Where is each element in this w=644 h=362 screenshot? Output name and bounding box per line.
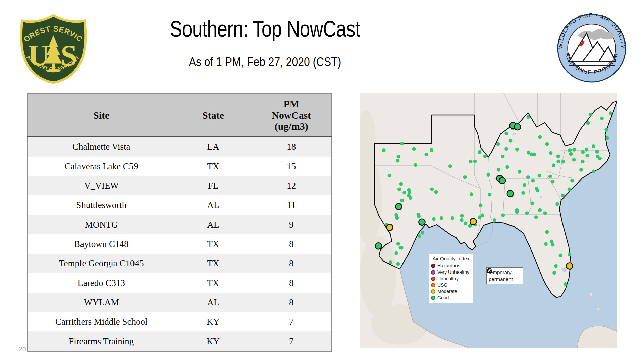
monitor-dot-good — [397, 187, 401, 191]
monitor-dot-good — [448, 164, 452, 168]
monitor-dot-good — [548, 175, 552, 178]
monitor-dot-good — [432, 217, 436, 221]
table-row: WYLAMAL8 — [28, 293, 332, 312]
monitor-dot-good — [493, 218, 496, 222]
table-cell: 18 — [252, 137, 332, 157]
slide: FOREST SERVICE U S DEPARTMENT OF AGRICUL… — [0, 0, 644, 362]
aqi-level-dot-icon — [431, 289, 435, 294]
aqi-level-dot-icon — [431, 283, 435, 287]
monitor-dot-good — [523, 183, 526, 187]
monitor-dot-good — [604, 128, 608, 131]
monitor-dot-good — [424, 153, 428, 156]
monitor-dot-top-site-good — [507, 190, 514, 197]
usfs-logo: FOREST SERVICE U S DEPARTMENT OF AGRICUL… — [19, 13, 87, 84]
monitor-dot-good — [501, 213, 505, 217]
monitor-dot-good — [407, 188, 411, 192]
monitor-dot-good — [451, 216, 454, 220]
monitor-dot-good — [585, 154, 589, 157]
table-cell: MONTG — [28, 215, 175, 234]
table-cell: V_VIEW — [28, 176, 175, 195]
table-cell: KY — [175, 331, 252, 352]
monitor-dot-good — [525, 211, 529, 215]
monitor-dot-good — [600, 117, 604, 120]
monitor-dot-good — [463, 175, 467, 179]
monitor-dot-good — [469, 160, 473, 163]
table-cell: TX — [175, 273, 252, 293]
temporary-label: temporary — [489, 269, 512, 276]
table-row: Baytown C148TX8 — [28, 234, 332, 254]
monitor-dot-good — [440, 216, 443, 220]
monitor-dot-good — [551, 180, 555, 184]
monitor-dot-good — [572, 158, 576, 161]
monitor-dot-good — [572, 148, 576, 152]
table-cell: Chalmette Vista — [28, 137, 175, 157]
monitor-dot-good — [496, 142, 500, 146]
marker-type-legend: temporary permanent — [486, 267, 523, 284]
monitor-dot-good — [400, 199, 404, 202]
monitor-dot-good — [534, 215, 538, 219]
monitor-dot-good — [488, 193, 491, 196]
table-cell: 8 — [252, 273, 332, 293]
monitor-dot-good — [400, 142, 404, 145]
title-block: Southern: Top NowCast As of 1 PM, Feb 27… — [97, 16, 433, 69]
monitor-dot-good — [532, 152, 536, 156]
monitor-dot-good — [421, 231, 424, 235]
monitor-dot-good — [412, 147, 416, 151]
nowcast-table: Site State PM NowCast (ug/m3) Chalmette … — [27, 93, 332, 352]
monitor-dot-good — [551, 243, 555, 247]
monitor-dot-good — [501, 155, 505, 158]
monitor-dot-good — [592, 169, 596, 173]
monitor-dot-good — [552, 271, 556, 275]
aqi-legend-item: Good — [431, 295, 471, 300]
aqi-legend-item: USG — [431, 282, 471, 288]
table-row: MONTGAL9 — [28, 215, 332, 234]
monitor-dot-good — [568, 187, 571, 191]
monitor-dot-good — [396, 262, 400, 266]
monitor-dot-good — [544, 242, 548, 246]
aqi-level-dot-icon — [431, 264, 435, 268]
table-cell: TX — [175, 157, 252, 176]
monitor-dot-good — [414, 163, 417, 167]
monitor-dot-good — [545, 230, 549, 234]
monitor-dot-good — [545, 142, 549, 146]
monitor-dot-good — [460, 218, 464, 222]
monitor-dot-good — [526, 175, 530, 179]
monitor-dot-good — [396, 242, 400, 246]
aqi-legend-item: Moderate — [431, 289, 471, 294]
monitor-dot-good — [595, 150, 599, 154]
monitor-dot-top-site-good — [514, 124, 521, 130]
monitor-dot-good — [585, 148, 588, 152]
table-cell: 11 — [252, 195, 332, 215]
monitor-dot-good — [394, 251, 398, 255]
table-cell: 8 — [252, 234, 332, 254]
monitor-dot-good — [581, 160, 585, 163]
aqi-level-label: Moderate — [437, 289, 457, 294]
monitor-dot-top-site-good — [419, 219, 425, 225]
table-row: Calaveras Lake C59TX15 — [28, 157, 332, 176]
monitor-dot-good — [538, 135, 542, 139]
table-cell: AL — [175, 215, 252, 234]
table-row: Firearms TrainingKY7 — [28, 331, 332, 352]
monitor-dot-good — [483, 155, 487, 158]
monitor-dot-good — [521, 191, 525, 195]
permanent-label: permanent — [489, 276, 513, 283]
aqi-legend-title: Air Quality Index — [431, 256, 471, 261]
monitor-dot-good — [418, 234, 421, 238]
monitor-dot-good — [473, 160, 477, 163]
table-cell: 12 — [252, 176, 332, 195]
monitor-dot-good — [417, 213, 420, 217]
table-cell: Firearms Training — [28, 331, 175, 352]
col-header-site: Site — [28, 94, 175, 137]
table-row: Chalmette VistaLA18 — [28, 137, 332, 157]
page-subtitle: As of 1 PM, Feb 27, 2020 (CST) — [121, 55, 409, 69]
col-header-pm: PM NowCast (ug/m3) — [252, 94, 332, 137]
monitor-dot-good — [509, 139, 513, 143]
monitor-dot-good — [487, 173, 490, 177]
monitor-dot-good — [402, 191, 406, 194]
monitor-dot-good — [605, 136, 609, 140]
permanent-monitor-icon — [487, 268, 492, 273]
monitor-dot-good — [399, 182, 403, 186]
monitor-dot-good — [589, 113, 592, 116]
table-cell: 8 — [252, 293, 332, 312]
monitor-dot-good — [609, 111, 612, 115]
